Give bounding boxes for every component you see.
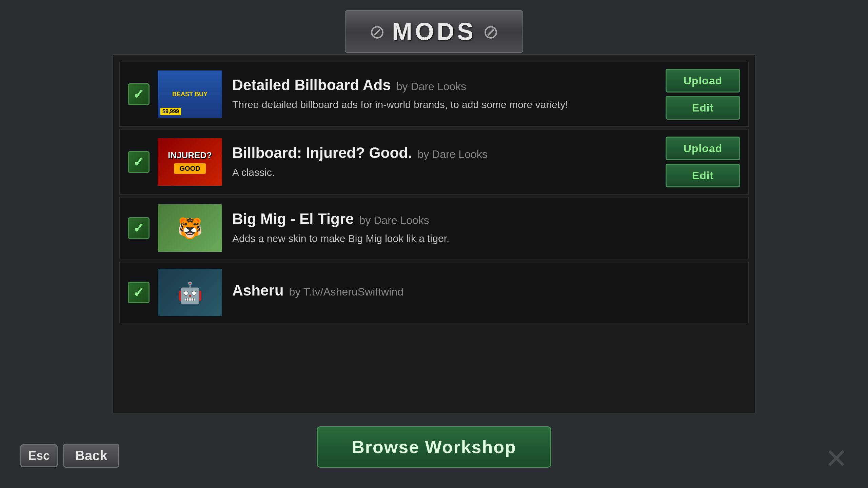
mod-actions-1: Upload Edit (666, 69, 740, 120)
mod-title-line-4: Asheru by T.tv/AsheruSwiftwind (232, 282, 740, 299)
mod-checkbox-2[interactable]: ✓ (128, 151, 150, 173)
mod-item-bigmig: ✓ 🐯 Big Mig - El Tigre by Dare Looks Add… (119, 197, 749, 259)
bottom-bar: Browse Workshop (0, 426, 868, 468)
mod-description-1: Three detailed billboard ads for in-worl… (232, 98, 655, 112)
upload-button-2[interactable]: Upload (666, 137, 740, 160)
mod-author-3: by Dare Looks (359, 214, 429, 227)
title-bar: ⊘ MODS ⊘ (345, 10, 523, 53)
mod-author-2: by Dare Looks (417, 148, 487, 161)
browse-workshop-button[interactable]: Browse Workshop (317, 426, 551, 468)
mod-item-injured: ✓ INJURED? GOOD Billboard: Injured? Good… (119, 129, 749, 195)
title-icon-left: ⊘ (369, 21, 385, 43)
mod-checkbox-3[interactable]: ✓ (128, 217, 150, 239)
checkmark-2: ✓ (133, 154, 144, 170)
mod-info-1: Detailed Billboard Ads by Dare Looks Thr… (232, 77, 655, 112)
mod-description-3: Adds a new skin to make Big Mig look lik… (232, 231, 740, 246)
mod-thumbnail-1: BEAST BUY $9,999 (158, 70, 222, 118)
mod-info-2: Billboard: Injured? Good. by Dare Looks … (232, 144, 655, 180)
mod-checkbox-1[interactable]: ✓ (128, 83, 150, 105)
page-title: MODS (392, 18, 476, 45)
mod-title-line-3: Big Mig - El Tigre by Dare Looks (232, 210, 740, 227)
mod-actions-2: Upload Edit (666, 137, 740, 187)
mod-title-line-1: Detailed Billboard Ads by Dare Looks (232, 77, 655, 94)
edit-button-2[interactable]: Edit (666, 164, 740, 187)
mod-checkbox-4[interactable]: ✓ (128, 282, 150, 303)
mod-name-3: Big Mig - El Tigre (232, 210, 354, 227)
mod-name-1: Detailed Billboard Ads (232, 77, 391, 94)
bottom-right-decoration: ✕ (825, 443, 848, 474)
upload-button-1[interactable]: Upload (666, 69, 740, 93)
edit-button-1[interactable]: Edit (666, 96, 740, 120)
esc-key-label: Esc (20, 444, 58, 467)
mod-author-1: by Dare Looks (396, 80, 466, 93)
mod-info-3: Big Mig - El Tigre by Dare Looks Adds a … (232, 210, 740, 246)
mod-info-4: Asheru by T.tv/AsheruSwiftwind (232, 282, 740, 303)
checkmark-3: ✓ (133, 220, 144, 236)
mod-author-4: by T.tv/AsheruSwiftwind (289, 286, 403, 298)
mod-thumbnail-3: 🐯 (158, 204, 222, 252)
main-panel: ✓ BEAST BUY $9,999 Detailed Billboard Ad… (112, 54, 756, 413)
mod-list: ✓ BEAST BUY $9,999 Detailed Billboard Ad… (113, 55, 755, 333)
mod-title-line-2: Billboard: Injured? Good. by Dare Looks (232, 144, 655, 161)
mod-thumbnail-4: 🤖 (158, 269, 222, 316)
checkmark-1: ✓ (133, 86, 144, 102)
title-icon-right: ⊘ (483, 21, 499, 43)
mod-name-4: Asheru (232, 282, 284, 299)
mod-thumbnail-2: INJURED? GOOD (158, 138, 222, 186)
mod-item-detailed-billboard: ✓ BEAST BUY $9,999 Detailed Billboard Ad… (119, 62, 749, 127)
back-button-container[interactable]: Esc Back (20, 444, 119, 468)
mod-item-asheru: ✓ 🤖 Asheru by T.tv/AsheruSwiftwind (119, 262, 749, 323)
back-label: Back (63, 444, 119, 468)
mod-description-2: A classic. (232, 165, 655, 180)
checkmark-4: ✓ (133, 285, 144, 300)
mod-name-2: Billboard: Injured? Good. (232, 144, 412, 161)
